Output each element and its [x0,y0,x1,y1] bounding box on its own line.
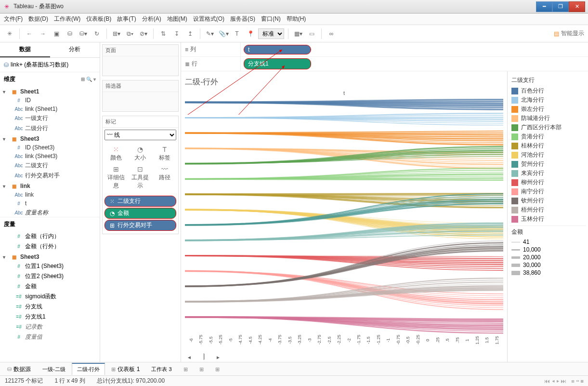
legend-item[interactable]: 桂林分行 [510,141,586,150]
legend-item[interactable]: 防城港分行 [510,114,586,123]
field-ID (Sheet3)[interactable]: #ID (Sheet3) [0,143,100,152]
legend-item[interactable]: 崇左分行 [510,105,586,114]
legend-item[interactable]: 贺州分行 [510,160,586,169]
menu-help[interactable]: 帮助(H) [287,15,306,23]
legend-item[interactable]: 来宾分行 [510,169,586,178]
field-金额（行内）[interactable]: #金额（行内） [0,231,100,241]
pages-shelf[interactable]: 页面 [102,44,179,76]
field-一级支行[interactable]: Abc一级支行 [0,113,100,123]
marks-color[interactable]: ⁙颜色 [105,144,128,163]
scroll-left-button[interactable]: ◄ [185,355,194,360]
marks-detail[interactable]: ⊞详细信息 [105,164,128,191]
sheet-title[interactable]: 二级-行外 [185,77,503,87]
new-story-tab[interactable]: ⊞ [210,364,225,374]
field-link[interactable]: ▾▦link [0,181,100,190]
filters-shelf[interactable]: 筛选器 [102,80,179,112]
marks-label[interactable]: T标签 [153,144,176,163]
field-link (Sheet3)[interactable]: Abclink (Sheet3) [0,152,100,160]
scroll-right-button[interactable]: ► [214,355,222,360]
new-dashboard-tab[interactable]: ⊞ [194,364,209,374]
field-Sheet1[interactable]: ▾▦Sheet1 [0,86,100,96]
legend-item[interactable]: 北海分行 [510,95,586,105]
field-度量名称[interactable]: Abc度量名称 [0,208,100,217]
field-分支线[interactable]: =#分支线 [0,302,100,312]
sheet-tab-1[interactable]: 一级-二级 [37,363,71,375]
menu-worksheet[interactable]: 工作表(W) [54,15,80,23]
new-worksheet-button[interactable]: ⊞▾ [111,28,122,40]
legend-item[interactable]: 贵港分行 [510,132,586,141]
rows-pill-branch1[interactable]: 分支线1 [244,58,311,69]
menu-data[interactable]: 数据(D) [28,15,48,23]
legend-item[interactable]: 百色分行 [510,86,586,95]
field-link (Sheet1)[interactable]: Abclink (Sheet1) [0,105,100,113]
marks-tooltip[interactable]: ⊡工具提示 [129,164,152,191]
field-度量值[interactable]: #度量值 [0,332,100,342]
menu-file[interactable]: 文件(F) [4,15,23,23]
marks-size[interactable]: ◔大小 [129,144,152,163]
show-me-button[interactable]: ▤ 智能显示 [554,29,584,38]
legend-item[interactable]: 钦州分行 [510,196,586,205]
field-Sheet3[interactable]: ▾▦Sheet3 [0,252,100,261]
fit-select[interactable]: 标准 [258,28,284,39]
legend-item[interactable]: 南宁分行 [510,187,586,196]
cards-button[interactable]: ▦▾ [292,28,304,40]
size-legend-item[interactable]: 38,860 [510,269,586,277]
field-行外交易对手[interactable]: Abc行外交易对手 [0,171,100,181]
share-button[interactable]: ∞ [326,28,337,40]
field-Sheet3[interactable]: ▾▦Sheet3 [0,133,100,143]
sheet-tab-3[interactable]: 工作表 3 [146,363,177,375]
label-toggle-button[interactable]: T [231,28,243,40]
menu-map[interactable]: 地图(M) [167,15,187,23]
highlight-button[interactable]: ✎▾ [204,28,216,40]
sheet-tab-dashboard[interactable]: ⊞仪表板 1 [106,363,145,375]
presentation-button[interactable]: ▭ [306,28,317,40]
marks-path[interactable]: 〰路径 [153,164,176,191]
legend-item[interactable]: 柳州分行 [510,178,586,187]
mark-type-select[interactable]: 〰 线 [105,130,176,140]
field-t[interactable]: #t [0,199,100,208]
size-legend-item[interactable]: 30,000 [510,261,586,269]
field-金额[interactable]: #金额 [0,281,100,292]
legend-item[interactable]: 河池分行 [510,150,586,160]
viz-plot[interactable] [185,97,503,338]
group-button[interactable]: 📎▾ [218,28,229,40]
close-button[interactable]: ✕ [569,1,585,12]
marks-pill-color[interactable]: ⁙二级支行 [105,196,176,207]
field-分支线1[interactable]: =#分支线1 [0,312,100,322]
field-二级支行[interactable]: Abc二级支行 [0,160,100,171]
marks-pill-detail[interactable]: ⊞行外交易对手 [105,220,176,231]
pin-button[interactable]: 📍 [245,28,256,40]
field-记录数[interactable]: =#记录数 [0,322,100,332]
legend-item[interactable]: 广西区分行本部 [510,123,586,132]
menu-format[interactable]: 设置格式(O) [193,15,224,23]
tab-datasource[interactable]: ⛁数据源 [2,363,36,375]
menu-window[interactable]: 窗口(N) [261,15,281,23]
swap-button[interactable]: ⇅ [157,28,169,40]
tab-analytics[interactable]: 分析 [50,42,100,57]
rows-shelf[interactable]: ≣行 分支线1 [181,57,588,71]
marks-pill-size[interactable]: ◔金额 [105,208,176,219]
columns-shelf[interactable]: ≡列 t [181,42,588,57]
tab-data[interactable]: 数据 [0,42,50,57]
columns-pill-t[interactable]: t [244,45,311,54]
horizontal-scrollbar[interactable] [203,353,204,360]
size-legend-item[interactable]: 20,000 [510,253,586,261]
field-ID[interactable]: #ID [0,96,100,105]
size-legend-item[interactable]: 10,000 [510,246,586,253]
auto-update-button[interactable]: ↻ [91,28,103,40]
maximize-button[interactable]: ❐ [552,1,569,12]
sheet-tab-2[interactable]: 二级-行外 [72,363,105,375]
redo-button[interactable]: → [37,28,49,40]
menu-story[interactable]: 故事(T) [117,15,136,23]
field-link[interactable]: Abclink [0,190,100,199]
menu-server[interactable]: 服务器(S) [230,15,255,23]
duplicate-button[interactable]: ⧉▾ [124,28,136,40]
legend-item[interactable]: 梧州分行 [510,205,586,214]
size-legend-item[interactable]: 41 [510,238,586,246]
field-位置1 (Sheet3)[interactable]: #位置1 (Sheet3) [0,261,100,271]
legend-item[interactable]: 玉林分行 [510,214,586,224]
dimensions-tools[interactable]: ⊞ 🔍 ▾ [81,77,96,82]
menu-analysis[interactable]: 分析(A) [142,15,161,23]
sort-asc-button[interactable]: ↧ [171,28,183,40]
field-二级分行[interactable]: Abc二级分行 [0,123,100,133]
